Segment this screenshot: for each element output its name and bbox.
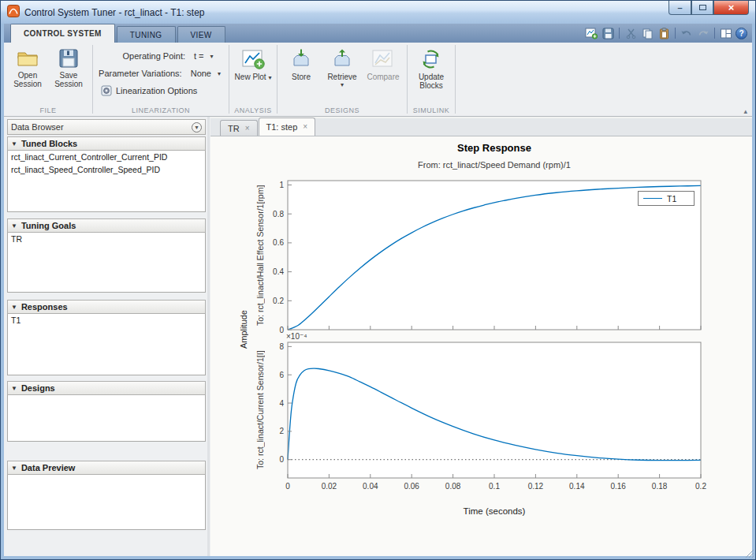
update-blocks-icon	[419, 48, 443, 70]
close-icon: ×	[728, 2, 735, 13]
section-header-tuned-blocks[interactable]: ▼ Tuned Blocks	[7, 136, 206, 151]
ribbon-collapse-button[interactable]: ▴	[743, 107, 747, 115]
section-header-responses[interactable]: ▼ Responses	[7, 300, 206, 314]
parameter-variations-value: None	[191, 69, 211, 78]
list-item[interactable]: T1	[8, 314, 205, 327]
resize-grip[interactable]	[745, 549, 754, 558]
doc-tab-label: T1: step	[266, 122, 298, 132]
svg-text:0.2: 0.2	[695, 482, 706, 491]
section-collapse-icon: ▼	[11, 140, 17, 147]
minimize-button[interactable]: –	[668, 1, 691, 15]
tab-tuning[interactable]: TUNING	[117, 26, 176, 43]
tab-view[interactable]: VIEW	[177, 26, 225, 43]
main-area: Data Browser ▼ ▼ Tuned Blocks rct_linact…	[4, 117, 752, 556]
open-session-label: Open Session	[8, 71, 47, 88]
plot-title: Step Response	[337, 142, 652, 154]
svg-text:0: 0	[285, 482, 290, 491]
redo-button[interactable]	[696, 26, 710, 40]
plot-legend[interactable]: T1	[638, 191, 695, 206]
list-item[interactable]: rct_linact_Current_Controller_Current_PI…	[8, 151, 205, 163]
ribbon-separator	[455, 45, 456, 114]
open-folder-icon	[16, 48, 39, 69]
save-icon	[602, 28, 614, 39]
designs-list[interactable]	[7, 395, 206, 442]
compare-button[interactable]: Compare	[363, 46, 404, 101]
designs-group-label: DESIGNS	[277, 106, 407, 114]
layout-button[interactable]	[719, 26, 733, 40]
new-plot-button[interactable]: New Plot ▾	[233, 46, 274, 101]
tuning-goals-list[interactable]: TR	[7, 233, 206, 293]
svg-text:0.14: 0.14	[569, 482, 585, 491]
retrieve-button[interactable]: Retrieve ▾	[322, 46, 363, 101]
linearization-options-label: Linearization Options	[116, 86, 197, 95]
toolbar-separator	[714, 28, 715, 39]
list-item[interactable]: rct_linact_Speed_Controller_Speed_PID	[8, 163, 205, 176]
cut-button[interactable]	[624, 26, 638, 40]
linearization-options-button[interactable]: Linearization Options	[96, 85, 197, 96]
copy-button[interactable]	[640, 26, 654, 40]
svg-text:0.8: 0.8	[273, 210, 284, 218]
svg-text:0.16: 0.16	[610, 482, 626, 491]
save-session-button[interactable]: Save Session	[48, 46, 89, 101]
app-body: CONTROL SYSTEM TUNING VIEW	[4, 24, 752, 556]
new-plot-label: New Plot ▾	[233, 73, 273, 82]
open-session-button[interactable]: Open Session	[7, 46, 48, 101]
simulink-group-label: SIMULINK	[408, 106, 455, 114]
save-session-label: Save Session	[49, 71, 88, 88]
ribbon: Open Session Save Session FILE Operating…	[4, 43, 752, 117]
maximize-button[interactable]	[691, 1, 713, 15]
tuned-blocks-list[interactable]: rct_linact_Current_Controller_Current_PI…	[7, 151, 206, 212]
close-icon[interactable]: ×	[245, 125, 250, 133]
section-title: Data Preview	[21, 463, 75, 472]
close-icon[interactable]: ×	[303, 123, 307, 131]
paste-button[interactable]	[657, 26, 671, 40]
new-figure-icon	[585, 27, 598, 39]
svg-text:×10⁻⁴: ×10⁻⁴	[286, 332, 307, 341]
svg-text:4: 4	[279, 399, 284, 408]
section-header-designs[interactable]: ▼ Designs	[7, 381, 206, 395]
legend-line-sample	[643, 198, 662, 199]
svg-text:0.04: 0.04	[363, 482, 378, 491]
app-window: Control System Tuner - rct_linact - T1: …	[0, 0, 756, 560]
store-button[interactable]: Store	[281, 46, 322, 101]
section-header-tuning-goals[interactable]: ▼ Tuning Goals	[7, 218, 206, 233]
panel-splitter[interactable]	[207, 117, 210, 556]
step-response-plot-bottom[interactable]: 0246800.020.040.060.080.10.120.140.160.1…	[256, 332, 745, 517]
maximize-icon	[699, 5, 706, 10]
save-button-qat[interactable]	[601, 26, 615, 40]
parameter-variations-dropdown[interactable]: None ▾	[186, 68, 225, 79]
tab-control-system[interactable]: CONTROL SYSTEM	[10, 24, 115, 43]
help-button[interactable]: ?	[736, 28, 747, 39]
data-browser-collapse-button[interactable]: ▼	[192, 122, 202, 133]
tab-control-system-label: CONTROL SYSTEM	[24, 29, 102, 38]
responses-list[interactable]: T1	[7, 314, 206, 375]
parameter-variations-label: Parameter Variations:	[96, 69, 186, 78]
operating-point-dropdown[interactable]: t = ▾	[189, 50, 218, 62]
ribbon-group-simulink: Update Blocks SIMULINK	[408, 43, 455, 116]
svg-text:0.06: 0.06	[404, 482, 419, 491]
update-blocks-button[interactable]: Update Blocks	[411, 46, 452, 101]
file-group-label: FILE	[4, 106, 92, 114]
section-header-data-preview[interactable]: ▼ Data Preview	[7, 461, 206, 475]
svg-text:8: 8	[279, 342, 284, 351]
chevron-down-icon: ▾	[268, 74, 271, 81]
tab-view-label: VIEW	[191, 31, 212, 39]
copy-icon	[642, 28, 654, 39]
paste-icon	[658, 28, 670, 39]
title-bar[interactable]: Control System Tuner - rct_linact - T1: …	[1, 1, 755, 24]
section-title: Designs	[21, 383, 55, 393]
list-item[interactable]: TR	[8, 233, 205, 245]
svg-text:0: 0	[279, 455, 284, 464]
doc-tab-t1-step[interactable]: T1: step ×	[259, 118, 316, 136]
linearization-group-label: LINEARIZATION	[93, 106, 229, 114]
chevron-down-icon: ▾	[341, 81, 344, 88]
new-figure-button[interactable]	[584, 26, 598, 40]
undo-button[interactable]	[680, 26, 694, 40]
doc-tab-tr[interactable]: TR ×	[220, 120, 258, 136]
new-plot-icon	[241, 48, 265, 70]
ribbon-group-linearization: Operating Point: t = ▾ Parameter Variati…	[93, 43, 229, 116]
options-gear-icon	[101, 85, 112, 96]
close-button[interactable]: ×	[713, 1, 749, 15]
ribbon-group-designs: Store Retrieve ▾ Compare DESIGNS	[277, 43, 407, 116]
data-preview-box[interactable]	[7, 475, 206, 530]
